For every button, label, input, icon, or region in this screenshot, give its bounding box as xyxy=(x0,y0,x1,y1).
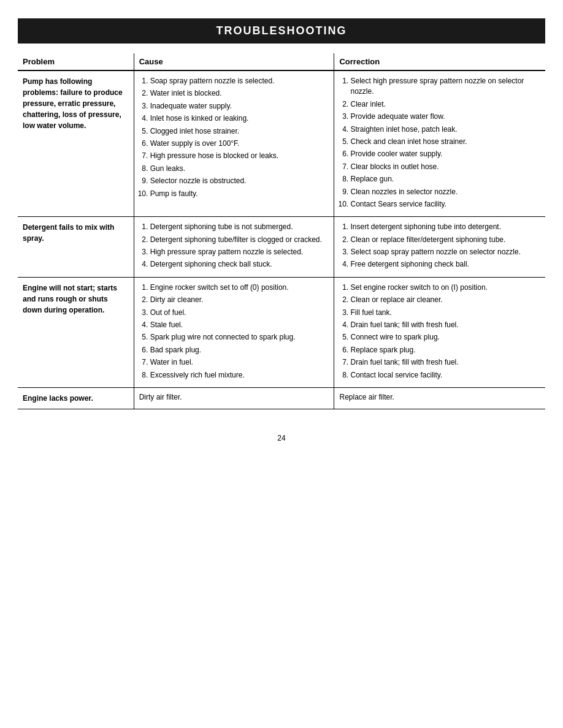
cause-item: Clogged inlet hose strainer. xyxy=(150,126,329,137)
problem-text: Engine lacks power. xyxy=(23,394,93,403)
cause-item: Pump is faulty. xyxy=(150,189,329,199)
correction-item: Fill fuel tank. xyxy=(350,308,540,318)
cause-item: Inlet hose is kinked or leaking. xyxy=(150,113,329,124)
header-correction: Correction xyxy=(334,53,545,70)
problem-cell: Engine will not start; starts and runs r… xyxy=(18,277,134,387)
troubleshoot-table: Problem Cause Correction Pump has follow… xyxy=(18,53,545,409)
correction-item: Provide cooler water supply. xyxy=(350,149,540,159)
correction-item: Contact local service facility. xyxy=(350,370,540,381)
cause-item: Soap spray pattern nozzle is selected. xyxy=(150,76,329,86)
cause-item: Selector nozzle is obstructed. xyxy=(150,176,329,186)
table-row: Engine lacks power.Dirty air filter.Repl… xyxy=(18,387,545,409)
cause-item: Dirty air cleaner. xyxy=(150,295,329,305)
correction-item: Provide adequate water flow. xyxy=(350,112,540,122)
header-cause: Cause xyxy=(134,53,334,70)
cause-list: Engine rocker switch set to off (0) posi… xyxy=(139,282,329,381)
cause-item: High pressure hose is blocked or leaks. xyxy=(150,151,329,161)
correction-item: Replace spark plug. xyxy=(350,345,540,355)
correction-item: Clean nozzles in selector nozzle. xyxy=(350,187,540,197)
correction-cell: Insert detergent siphoning tube into det… xyxy=(334,217,545,278)
correction-item: Select soap spray pattern nozzle on sele… xyxy=(350,247,540,257)
table-row: Detergent fails to mix with spray.Deterg… xyxy=(18,217,545,278)
cause-item: Detergent siphoning tube/filter is clogg… xyxy=(150,235,329,245)
problem-text: Engine will not start; starts and runs r… xyxy=(23,284,117,314)
correction-cell: Replace air filter. xyxy=(334,387,545,409)
cause-item: Spark plug wire not connected to spark p… xyxy=(150,332,329,343)
correction-item: Check and clean inlet hose strainer. xyxy=(350,137,540,147)
correction-item: Set engine rocker switch to on (I) posit… xyxy=(350,282,540,293)
correction-item: Clean or replace filter/detergent siphon… xyxy=(350,235,540,245)
correction-item: Connect wire to spark plug. xyxy=(350,332,540,343)
problem-cell: Engine lacks power. xyxy=(18,387,134,409)
cause-item: Excessively rich fuel mixture. xyxy=(150,370,329,381)
header-problem: Problem xyxy=(18,53,134,70)
cause-cell: Engine rocker switch set to off (0) posi… xyxy=(134,277,334,387)
table-row: Pump has following problems: failure to … xyxy=(18,70,545,217)
cause-item: Stale fuel. xyxy=(150,320,329,330)
correction-list: Set engine rocker switch to on (I) posit… xyxy=(339,282,540,381)
problem-text: Pump has following problems: failure to … xyxy=(23,77,123,130)
cause-list: Soap spray pattern nozzle is selected.Wa… xyxy=(139,76,329,199)
problem-cell: Pump has following problems: failure to … xyxy=(18,70,134,217)
cause-item: Engine rocker switch set to off (0) posi… xyxy=(150,282,329,293)
correction-item: Free detergent siphoning check ball. xyxy=(350,259,540,270)
correction-item: Clean or replace air cleaner. xyxy=(350,295,540,305)
cause-item: Detergent siphoning tube is not submerge… xyxy=(150,222,329,232)
correction-list: Select high pressure spray pattern nozzl… xyxy=(339,76,540,210)
page-title: TROUBLESHOOTING xyxy=(18,18,545,44)
cause-item: Inadequate water supply. xyxy=(150,101,329,112)
correction-list: Insert detergent siphoning tube into det… xyxy=(339,222,540,270)
cause-item: Detergent siphoning check ball stuck. xyxy=(150,259,329,270)
cause-cell: Soap spray pattern nozzle is selected.Wa… xyxy=(134,70,334,217)
correction-item: Contact Sears service facility. xyxy=(350,199,540,210)
correction-cell: Set engine rocker switch to on (I) posit… xyxy=(334,277,545,387)
cause-item: Out of fuel. xyxy=(150,308,329,318)
cause-item: Gun leaks. xyxy=(150,164,329,174)
cause-item: Water supply is over 100°F. xyxy=(150,138,329,149)
correction-item: Clear blocks in outlet hose. xyxy=(350,162,540,172)
cause-list: Detergent siphoning tube is not submerge… xyxy=(139,222,329,270)
cause-cell: Detergent siphoning tube is not submerge… xyxy=(134,217,334,278)
problem-cell: Detergent fails to mix with spray. xyxy=(18,217,134,278)
correction-item: Drain fuel tank; fill with fresh fuel. xyxy=(350,357,540,368)
page-number: 24 xyxy=(18,434,545,442)
cause-item: High pressure spray pattern nozzle is se… xyxy=(150,247,329,257)
correction-item: Clear inlet. xyxy=(350,99,540,110)
cause-item: Water inlet is blocked. xyxy=(150,88,329,99)
correction-item: Drain fuel tank; fill with fresh fuel. xyxy=(350,320,540,330)
correction-cell: Select high pressure spray pattern nozzl… xyxy=(334,70,545,217)
cause-item: Bad spark plug. xyxy=(150,345,329,355)
problem-text: Detergent fails to mix with spray. xyxy=(23,223,114,243)
correction-item: Insert detergent siphoning tube into det… xyxy=(350,222,540,232)
cause-item: Water in fuel. xyxy=(150,357,329,368)
correction-item: Replace gun. xyxy=(350,174,540,184)
table-row: Engine will not start; starts and runs r… xyxy=(18,277,545,387)
correction-item: Straighten inlet hose, patch leak. xyxy=(350,124,540,135)
correction-item: Select high pressure spray pattern nozzl… xyxy=(350,76,540,97)
cause-cell: Dirty air filter. xyxy=(134,387,334,409)
